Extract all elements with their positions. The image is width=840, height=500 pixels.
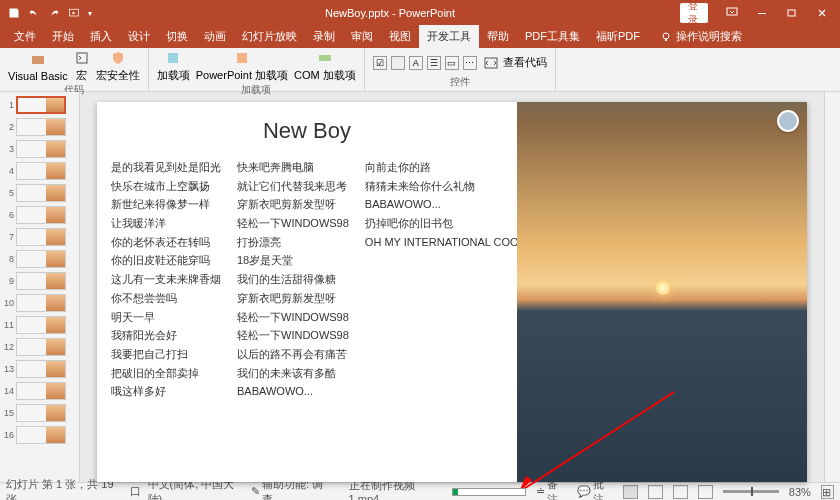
addins-button[interactable]: 加载项 bbox=[157, 50, 190, 83]
thumbnail-slide[interactable] bbox=[16, 404, 66, 422]
thumbnail-slide[interactable] bbox=[16, 382, 66, 400]
tab-animations[interactable]: 动画 bbox=[196, 25, 234, 48]
thumbnail-slide[interactable] bbox=[16, 140, 66, 158]
tab-slideshow[interactable]: 幻灯片放映 bbox=[234, 25, 305, 48]
tab-record[interactable]: 录制 bbox=[305, 25, 343, 48]
visual-basic-button[interactable]: Visual Basic bbox=[8, 52, 68, 82]
thumbnail-row[interactable]: 5 bbox=[2, 184, 77, 202]
thumbnail-row[interactable]: 6 bbox=[2, 206, 77, 224]
qat-dropdown-icon[interactable]: ▾ bbox=[88, 9, 92, 18]
thumbnail-slide[interactable] bbox=[16, 360, 66, 378]
com-addins-button[interactable]: COM 加载项 bbox=[294, 50, 356, 83]
thumbnail-number: 13 bbox=[2, 364, 16, 374]
thumbnail-slide[interactable] bbox=[16, 338, 66, 356]
svg-rect-10 bbox=[319, 55, 331, 61]
thumbnail-row[interactable]: 4 bbox=[2, 162, 77, 180]
slideshow-view-button[interactable] bbox=[698, 485, 713, 499]
thumbnail-slide[interactable] bbox=[16, 206, 66, 224]
slide: New Boy 是的我看见到处是阳光 快乐在城市上空飘扬 新世纪来得像梦一样 让… bbox=[97, 102, 807, 482]
redo-icon[interactable] bbox=[48, 7, 60, 19]
restore-button[interactable] bbox=[778, 3, 806, 23]
tab-home[interactable]: 开始 bbox=[44, 25, 82, 48]
controls-gallery[interactable]: ☑ A ☰ ▭ ⋯ bbox=[373, 56, 477, 70]
thumbnail-slide[interactable] bbox=[16, 96, 66, 114]
thumbnail-row[interactable]: 9 bbox=[2, 272, 77, 290]
zoom-percent[interactable]: 83% bbox=[789, 486, 811, 498]
ribbon-options-icon[interactable] bbox=[718, 3, 746, 23]
thumbnail-number: 16 bbox=[2, 430, 16, 440]
start-slideshow-icon[interactable] bbox=[68, 7, 80, 19]
tab-transitions[interactable]: 切换 bbox=[158, 25, 196, 48]
view-code-button[interactable]: 查看代码 bbox=[483, 55, 547, 71]
thumbnail-slide[interactable] bbox=[16, 294, 66, 312]
thumbnail-row[interactable]: 7 bbox=[2, 228, 77, 246]
thumbnail-slide[interactable] bbox=[16, 272, 66, 290]
label-control-icon[interactable]: A bbox=[409, 56, 423, 70]
sorter-view-button[interactable] bbox=[648, 485, 663, 499]
thumbnail-row[interactable]: 10 bbox=[2, 294, 77, 312]
thumbnail-slide[interactable] bbox=[16, 184, 66, 202]
thumbnail-row[interactable]: 3 bbox=[2, 140, 77, 158]
more-controls-icon[interactable]: ⋯ bbox=[463, 56, 477, 70]
thumbnail-slide[interactable] bbox=[16, 118, 66, 136]
thumbnail-row[interactable]: 1 bbox=[2, 96, 77, 114]
slide-title: New Boy bbox=[111, 118, 503, 144]
thumbnail-number: 12 bbox=[2, 342, 16, 352]
tab-view[interactable]: 视图 bbox=[381, 25, 419, 48]
thumbnail-row[interactable]: 12 bbox=[2, 338, 77, 356]
tab-foxit-pdf[interactable]: 福昕PDF bbox=[588, 25, 648, 48]
tab-design[interactable]: 设计 bbox=[120, 25, 158, 48]
thumbnail-slide[interactable] bbox=[16, 426, 66, 444]
svg-rect-6 bbox=[32, 56, 44, 64]
macros-button[interactable]: 宏 bbox=[74, 50, 90, 83]
button-control-icon[interactable]: ▭ bbox=[445, 56, 459, 70]
macro-security-button[interactable]: 宏安全性 bbox=[96, 50, 140, 83]
tab-review[interactable]: 审阅 bbox=[343, 25, 381, 48]
tab-insert[interactable]: 插入 bbox=[82, 25, 120, 48]
thumbnail-row[interactable]: 16 bbox=[2, 426, 77, 444]
list-control-icon[interactable]: ☰ bbox=[427, 56, 441, 70]
thumbnail-row[interactable]: 14 bbox=[2, 382, 77, 400]
close-button[interactable] bbox=[808, 3, 836, 23]
svg-rect-2 bbox=[758, 13, 766, 14]
minimize-button[interactable] bbox=[748, 3, 776, 23]
save-icon[interactable] bbox=[8, 7, 20, 19]
slide-text-area[interactable]: New Boy 是的我看见到处是阳光 快乐在城市上空飘扬 新世纪来得像梦一样 让… bbox=[97, 102, 517, 482]
thumbnail-slide[interactable] bbox=[16, 228, 66, 246]
slide-canvas-area[interactable]: New Boy 是的我看见到处是阳光 快乐在城市上空飘扬 新世纪来得像梦一样 让… bbox=[80, 92, 824, 482]
window-controls: 登录 bbox=[680, 3, 840, 23]
login-button[interactable]: 登录 bbox=[680, 3, 708, 23]
slide-image[interactable] bbox=[517, 102, 807, 482]
ribbon-group-addins: 加载项 PowerPoint 加载项 COM 加载项 加载项 bbox=[149, 48, 365, 91]
lyrics-col-1: 是的我看见到处是阳光 快乐在城市上空飘扬 新世纪来得像梦一样 让我暖洋洋 你的老… bbox=[111, 158, 221, 401]
tell-me-search[interactable]: 操作说明搜索 bbox=[654, 25, 748, 48]
thumbnail-number: 7 bbox=[2, 232, 16, 242]
tab-developer[interactable]: 开发工具 bbox=[419, 25, 479, 48]
tab-file[interactable]: 文件 bbox=[6, 25, 44, 48]
textbox-control-icon[interactable] bbox=[391, 56, 405, 70]
vertical-scrollbar[interactable] bbox=[824, 92, 840, 482]
svg-rect-1 bbox=[727, 8, 737, 15]
checkbox-control-icon[interactable]: ☑ bbox=[373, 56, 387, 70]
thumbnail-row[interactable]: 13 bbox=[2, 360, 77, 378]
thumbnail-row[interactable]: 11 bbox=[2, 316, 77, 334]
thumbnail-slide[interactable] bbox=[16, 162, 66, 180]
tab-pdf-tools[interactable]: PDF工具集 bbox=[517, 25, 588, 48]
thumbnail-number: 2 bbox=[2, 122, 16, 132]
thumbnail-number: 15 bbox=[2, 408, 16, 418]
powerpoint-addins-button[interactable]: PowerPoint 加载项 bbox=[196, 50, 288, 83]
zoom-slider[interactable] bbox=[723, 490, 779, 493]
lyrics-columns: 是的我看见到处是阳光 快乐在城市上空飘扬 新世纪来得像梦一样 让我暖洋洋 你的老… bbox=[111, 158, 503, 401]
thumbnail-slide[interactable] bbox=[16, 250, 66, 268]
fit-to-window-button[interactable]: ⊞ bbox=[821, 485, 834, 499]
slide-corner-avatar-icon bbox=[777, 110, 799, 132]
undo-icon[interactable] bbox=[28, 7, 40, 19]
thumbnail-slide[interactable] bbox=[16, 316, 66, 334]
slide-thumbnails[interactable]: 12345678910111213141516 bbox=[0, 92, 80, 482]
thumbnail-row[interactable]: 15 bbox=[2, 404, 77, 422]
reading-view-button[interactable] bbox=[673, 485, 688, 499]
normal-view-button[interactable] bbox=[623, 485, 638, 499]
tab-help[interactable]: 帮助 bbox=[479, 25, 517, 48]
thumbnail-row[interactable]: 8 bbox=[2, 250, 77, 268]
thumbnail-row[interactable]: 2 bbox=[2, 118, 77, 136]
